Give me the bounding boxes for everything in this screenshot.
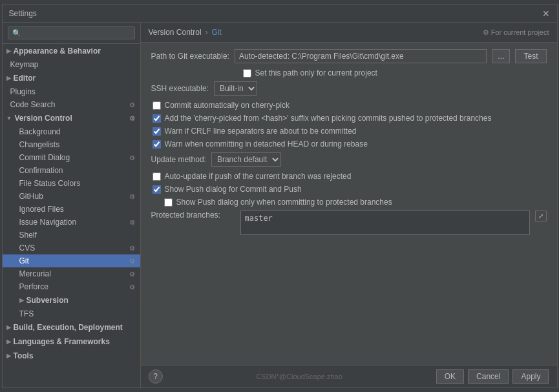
chevron-icon: ▶	[6, 353, 11, 359]
sidebar-item-label: Code Search	[10, 100, 56, 109]
set-path-label: Set this path only for current project	[255, 68, 377, 77]
sidebar-group-label: Languages & Frameworks	[14, 337, 110, 346]
cherry-pick-checkbox[interactable]	[153, 101, 161, 110]
cherry-picked-suffix-row: Add the 'cherry-picked from <hash>' suff…	[151, 114, 547, 123]
breadcrumb-separator: ›	[206, 28, 208, 37]
detached-checkbox[interactable]	[153, 140, 161, 149]
sidebar-item-cvs[interactable]: CVS ⚙	[3, 242, 140, 254]
sidebar-group-label: Build, Execution, Deployment	[14, 323, 123, 332]
sidebar-item-label: CVS	[19, 243, 36, 253]
update-method-select[interactable]: Branch default Merge Rebase	[211, 152, 281, 167]
sidebar-item-mercurial[interactable]: Mercurial ⚙	[3, 267, 140, 280]
cherry-suffix-checkbox[interactable]	[153, 114, 161, 123]
update-method-label: Update method:	[151, 155, 206, 164]
ssh-select[interactable]: Built-in Native	[214, 81, 257, 96]
sidebar-item-issue-navigation[interactable]: Issue Navigation ⚙	[3, 216, 140, 229]
cherry-suffix-label: Add the 'cherry-picked from <hash>' suff…	[165, 114, 492, 123]
settings-icon: ⚙	[129, 284, 135, 291]
sidebar-item-label: File Status Colors	[19, 179, 81, 188]
show-push-label: Show Push dialog for Commit and Push	[165, 185, 302, 194]
sidebar-item-tfs[interactable]: TFS	[3, 307, 140, 320]
sidebar-item-perforce[interactable]: Perforce ⚙	[3, 280, 140, 293]
sidebar-item-code-search[interactable]: Code Search ⚙	[3, 98, 140, 111]
sidebar-item-appearance[interactable]: ▶ Appearance & Behavior	[3, 44, 140, 58]
sidebar-item-label: Issue Navigation	[19, 218, 77, 227]
settings-window: Settings ✕ ▶ Appearance & Behavior Keyma…	[2, 4, 558, 388]
help-button[interactable]: ?	[149, 369, 163, 384]
sidebar-item-keymap[interactable]: Keymap	[3, 58, 140, 71]
sidebar-item-git[interactable]: Git ⚙	[3, 254, 140, 267]
set-path-checkbox[interactable]	[243, 69, 251, 77]
sidebar-item-github[interactable]: GitHub ⚙	[3, 190, 140, 203]
settings-icon: ⚙	[129, 245, 135, 252]
main-panel: Version Control › Git ⚙ For current proj…	[141, 23, 557, 387]
bottom-bar: ? CSDN*@CloudScape.zhao OK Cancel Apply	[141, 365, 557, 387]
action-buttons: OK Cancel Apply	[436, 369, 549, 384]
sidebar-item-confirmation[interactable]: Confirmation	[3, 164, 140, 177]
sidebar-group-label: Appearance & Behavior	[14, 46, 101, 56]
cherry-pick-row: Commit automatically on cherry-pick	[151, 101, 547, 110]
project-badge: ⚙ For current project	[483, 28, 549, 37]
sidebar-item-changelists[interactable]: Changelists	[3, 138, 140, 151]
test-button[interactable]: Test	[515, 49, 546, 63]
expand-button[interactable]: ⤢	[535, 211, 547, 222]
close-button[interactable]: ✕	[542, 9, 551, 18]
sidebar-group-label: Version Control	[14, 114, 72, 123]
breadcrumb-part1: Version Control	[149, 28, 202, 37]
sidebar-item-background[interactable]: Background	[3, 125, 140, 138]
sidebar-item-subversion[interactable]: ▶ Subversion	[3, 293, 140, 307]
protected-branches-row: Protected branches: master ⤢	[151, 211, 547, 235]
ssh-label: SSH executable:	[151, 84, 209, 93]
browse-button[interactable]: ...	[492, 49, 510, 63]
settings-icon: ⚙	[129, 193, 135, 200]
titlebar: Settings ✕	[3, 5, 557, 23]
sidebar-item-build[interactable]: ▶ Build, Execution, Deployment	[3, 320, 140, 335]
sidebar-item-label: Ignored Files	[19, 205, 64, 214]
settings-icon: ⚙	[129, 271, 135, 278]
detached-head-row: Warn when committing in detached HEAD or…	[151, 139, 547, 149]
chevron-icon: ▶	[6, 338, 11, 345]
git-path-input[interactable]	[235, 49, 487, 63]
chevron-icon: ▶	[19, 297, 24, 304]
git-path-label: Path to Git executable:	[151, 52, 229, 61]
apply-button[interactable]: Apply	[512, 369, 549, 384]
sidebar-item-label: Plugins	[10, 87, 36, 96]
sidebar-item-plugins[interactable]: Plugins	[3, 85, 140, 98]
sidebar-item-label: TFS	[19, 309, 34, 318]
sidebar-item-languages[interactable]: ▶ Languages & Frameworks	[3, 335, 140, 349]
update-method-row: Update method: Branch default Merge Reba…	[151, 152, 547, 167]
sidebar-item-version-control[interactable]: ▼ Version Control ⚙	[3, 111, 140, 125]
chevron-icon: ▶	[6, 48, 11, 54]
show-push-checkbox[interactable]	[153, 185, 161, 194]
protected-branches-input[interactable]: master	[240, 211, 530, 235]
breadcrumb: Version Control › Git ⚙ For current proj…	[141, 23, 557, 43]
sidebar-group-label: Editor	[14, 74, 36, 83]
sidebar-item-label: Perforce	[19, 282, 48, 291]
sidebar-group-label: Tools	[14, 351, 34, 360]
git-path-row: Path to Git executable: ... Test	[151, 49, 547, 63]
sidebar: ▶ Appearance & Behavior Keymap ▶ Editor …	[3, 23, 141, 387]
sidebar-item-label: Confirmation	[19, 166, 63, 175]
sidebar-item-label: Shelf	[19, 231, 37, 240]
search-input[interactable]	[8, 26, 135, 39]
sidebar-item-file-status-colors[interactable]: File Status Colors	[3, 177, 140, 190]
sidebar-item-label: Keymap	[10, 60, 39, 69]
auto-update-checkbox[interactable]	[153, 172, 161, 181]
breadcrumb-part2: Git	[212, 28, 222, 37]
sidebar-item-shelf[interactable]: Shelf	[3, 229, 140, 242]
sidebar-item-label: Changelists	[19, 140, 60, 149]
cancel-button[interactable]: Cancel	[468, 369, 509, 384]
chevron-down-icon: ▼	[6, 115, 12, 121]
sidebar-item-ignored-files[interactable]: Ignored Files	[3, 203, 140, 216]
show-push-row: Show Push dialog for Commit and Push	[151, 185, 547, 194]
show-push-protected-row: Show Push dialog only when committing to…	[151, 198, 547, 207]
sidebar-item-editor[interactable]: ▶ Editor	[3, 71, 140, 85]
protected-branches-label: Protected branches:	[151, 211, 235, 220]
sidebar-item-commit-dialog[interactable]: Commit Dialog ⚙	[3, 151, 140, 164]
show-push-protected-checkbox[interactable]	[164, 198, 173, 207]
sidebar-item-label: GitHub	[19, 192, 43, 201]
crlf-checkbox[interactable]	[153, 127, 161, 136]
sidebar-item-tools[interactable]: ▶ Tools	[3, 349, 140, 363]
sidebar-item-label: Commit Dialog	[19, 153, 70, 162]
ok-button[interactable]: OK	[436, 369, 464, 384]
